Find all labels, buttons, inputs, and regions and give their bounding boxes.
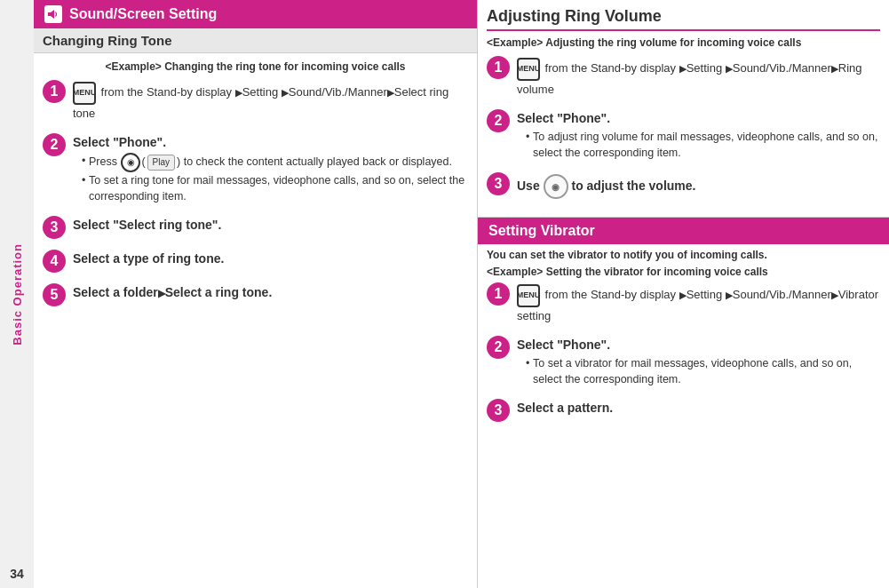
sound-icon [44,5,62,23]
v-step-2: 2 Select "Phone". To set a vibrator for … [487,336,880,389]
vibrator-header: Setting Vibrator [478,218,889,244]
v-step-2-bullets: To set a vibrator for mail messages, vid… [517,355,880,389]
r-step-number-2: 2 [487,109,510,132]
left-step-2: 2 Select "Phone". Press ◉(Play) to check… [43,133,468,206]
sound-screen-header: Sound/Screen Setting [34,0,477,28]
step-4-title: Select a type of ring tone. [73,251,468,266]
svg-rect-0 [48,12,51,16]
right-step-1: 1 MENU from the Stand-by display Setting… [487,56,880,99]
step-5-title: Select a folderSelect a ring tone. [73,285,468,299]
left-column: Sound/Screen Setting Changing Ring Tone … [34,0,478,588]
adjusting-example-text: <Example> Adjusting the ring volume for … [487,36,880,49]
adjusting-ring-title: Adjusting Ring Volume [487,7,880,31]
right-column: Adjusting Ring Volume <Example> Adjustin… [478,0,889,588]
camera-icon: ◉ [121,153,140,172]
step-3-content: Select "Select ring tone". [73,216,468,232]
r-step-3-content: Use ◉ to adjust the volume. [517,172,880,199]
right-step-2: 2 Select "Phone". To adjust ring volume … [487,109,880,163]
r-menu-button-icon-1: MENU [517,58,540,81]
v-step-1-body: MENU from the Stand-by display Setting S… [517,288,878,322]
r-step-2-content: Select "Phone". To adjust ring volume fo… [517,109,880,163]
r-step-1-body: MENU from the Stand-by display Setting S… [517,61,862,96]
left-step-4: 4 Select a type of ring tone. [43,250,468,273]
v-step-1: 1 MENU from the Stand-by display Setting… [487,282,880,325]
sidebar-label: Basic Operation [11,243,24,346]
main-content: Sound/Screen Setting Changing Ring Tone … [34,0,889,588]
vibrator-info-text: You can set the vibrator to notify you o… [478,244,889,266]
adjusting-ring-content: <Example> Adjusting the ring volume for … [478,36,889,217]
bullet-1: Press ◉(Play) to check the content actua… [82,153,468,172]
step-1-body: MENU from the Stand-by display Setting S… [73,85,448,120]
vibrator-content: 1 MENU from the Stand-by display Setting… [478,282,889,440]
r-step-3-title: Use ◉ to adjust the volume. [517,174,880,199]
vibrator-section: Setting Vibrator You can set the vibrato… [478,218,889,440]
right-step-3: 3 Use ◉ to adjust the volume. [487,172,880,199]
sidebar: Basic Operation 34 [0,0,34,588]
v-step-number-1: 1 [487,282,510,306]
adjusting-ring-header-area: Adjusting Ring Volume [478,0,889,31]
left-step-3: 3 Select "Select ring tone". [43,216,468,239]
v-step-3: 3 Select a pattern. [487,399,880,422]
step-2-bullets: Press ◉(Play) to check the content actua… [73,153,468,206]
changing-ringtone-header: Changing Ring Tone [34,28,477,53]
menu-button-icon: MENU [73,82,96,105]
svg-marker-1 [51,10,54,19]
r-step-number-1: 1 [487,56,510,79]
play-button-icon: Play [147,155,175,171]
v-step-number-2: 2 [487,336,510,359]
adjusting-ring-section: Adjusting Ring Volume <Example> Adjustin… [478,0,889,217]
v-menu-button-icon: MENU [517,284,540,307]
left-step-1: 1 MENU from the Stand-by display Setting… [43,80,468,123]
v-step-number-3: 3 [487,399,510,422]
r-step-2-title: Select "Phone". [517,111,880,125]
step-number-1: 1 [43,80,66,103]
r-step-2-bullets: To adjust ring volume for mail messages,… [517,129,880,163]
step-1-content: MENU from the Stand-by display Setting S… [73,80,468,123]
left-step-5: 5 Select a folderSelect a ring tone. [43,283,468,306]
step-2-content: Select "Phone". Press ◉(Play) to check t… [73,133,468,206]
bullet-2: To set a ring tone for mail messages, vi… [82,172,468,206]
step-number-2: 2 [43,133,66,156]
v-step-3-title: Select a pattern. [517,401,880,415]
vibrator-title: Setting Vibrator [488,223,595,238]
r-step-1-content: MENU from the Stand-by display Setting S… [517,56,880,99]
r-bullet-1: To adjust ring volume for mail messages,… [526,129,880,163]
step-3-title: Select "Select ring tone". [73,218,468,232]
r-step-number-3: 3 [487,172,510,195]
step-5-content: Select a folderSelect a ring tone. [73,283,468,299]
left-example-text: <Example> Changing the ring tone for inc… [43,60,468,73]
v-bullet-1: To set a vibrator for mail messages, vid… [526,355,880,389]
sound-screen-title: Sound/Screen Setting [69,6,217,22]
step-number-3: 3 [43,216,66,239]
v-step-2-title: Select "Phone". [517,338,880,352]
left-content-area: <Example> Changing the ring tone for inc… [34,53,477,588]
step-number-4: 4 [43,250,66,273]
step-2-title: Select "Phone". [73,135,468,149]
v-step-3-content: Select a pattern. [517,399,880,415]
changing-ringtone-title: Changing Ring Tone [43,33,172,48]
vibrator-example-text: <Example> Setting the vibrator for incom… [478,266,889,282]
page-number: 34 [10,567,24,581]
v-step-2-content: Select "Phone". To set a vibrator for ma… [517,336,880,389]
dial-icon: ◉ [544,174,568,199]
v-step-1-content: MENU from the Stand-by display Setting S… [517,282,880,325]
step-number-5: 5 [43,283,66,306]
step-4-content: Select a type of ring tone. [73,250,468,266]
